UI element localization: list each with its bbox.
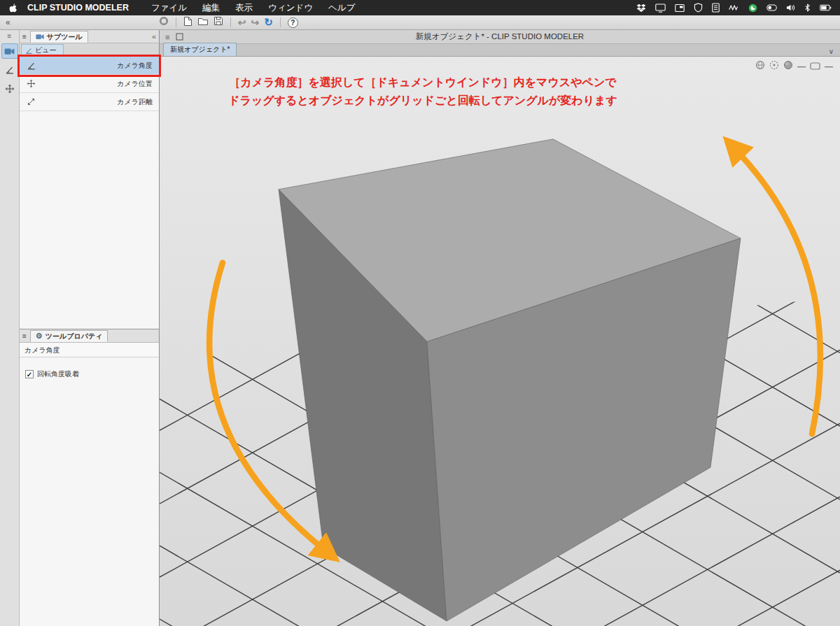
screen: CLIP STUDIO MODELER ファイル 編集 表示 ウィンドウ ヘルプ…	[0, 0, 840, 626]
display-icon[interactable]	[655, 3, 666, 13]
subtool-panel-title: サブツール	[47, 32, 83, 42]
snap-rotation-checkbox-row[interactable]: ✓ 回転角度吸着	[25, 369, 153, 379]
battery-icon[interactable]	[820, 4, 832, 11]
undo-icon[interactable]: ↩	[238, 17, 246, 27]
help-icon[interactable]: ?	[288, 17, 298, 28]
redo-icon[interactable]: ↪	[251, 17, 259, 27]
viewport-display-controls: — —	[755, 60, 833, 73]
camera-angle-icon	[27, 61, 36, 71]
reset-rotation-icon[interactable]: ↻	[264, 17, 273, 27]
left-panel-column: ≡ ≡ サブツール	[0, 30, 160, 626]
toolbar-separator	[230, 17, 231, 27]
notes-icon[interactable]	[712, 3, 720, 13]
menu-file[interactable]: ファイル	[151, 2, 187, 14]
document-viewport[interactable]: ［カメラ角度］を選択して［ドキュメントウインドウ］内をマウスやペンで ドラッグす…	[160, 57, 840, 626]
subtool-panel-menu-icon[interactable]: ≡	[22, 33, 27, 41]
subtool-panel-tab[interactable]: サブツール	[30, 31, 88, 43]
shaded-sphere-icon[interactable]	[783, 60, 793, 73]
toggle-icon[interactable]	[766, 4, 777, 11]
volume-icon[interactable]	[786, 3, 795, 12]
activity-icon[interactable]	[729, 3, 739, 12]
menu-edit[interactable]: 編集	[202, 2, 220, 14]
bluetooth-icon[interactable]	[804, 3, 811, 13]
angle-tool-button[interactable]	[1, 62, 18, 78]
move-arrows-icon	[5, 84, 15, 94]
subtool-collapse-icon[interactable]: «	[152, 32, 156, 41]
subtool-group-tabs: ビュー	[20, 43, 159, 57]
checkbox-checked-icon[interactable]: ✓	[25, 370, 34, 378]
save-icon[interactable]	[214, 16, 223, 29]
wireframe-sphere-icon[interactable]	[755, 60, 765, 73]
open-file-icon[interactable]	[197, 16, 209, 29]
tab-list-chevron-icon[interactable]: ∨	[829, 48, 834, 55]
viewport-panel-icon[interactable]	[810, 60, 820, 73]
document-titlebar: ≡ 新規オブジェクト* - CLIP STUDIO MODELER	[160, 30, 840, 44]
subtool-item-camera-distance[interactable]: カメラ距離	[20, 93, 159, 111]
camera-icon	[4, 48, 15, 55]
grammar-app-icon[interactable]	[748, 3, 757, 13]
viewport-minus-icon[interactable]: —	[797, 62, 806, 71]
subtool-list: カメラ角度 カメラ位置 カメラ距離	[20, 57, 159, 329]
apple-menu-icon[interactable]	[8, 3, 18, 13]
subtool-item-camera-position[interactable]: カメラ位置	[20, 75, 159, 93]
move-tool-button[interactable]	[1, 81, 18, 97]
tool-property-title: ツールプロパティ	[46, 332, 103, 341]
subtool-item-label: カメラ距離	[117, 97, 153, 107]
camera-icon	[36, 34, 44, 40]
rotate-arrow-right	[735, 149, 820, 434]
group-tab-view[interactable]: ビュー	[21, 44, 64, 56]
tool-property-menu-icon[interactable]: ≡	[22, 332, 27, 340]
camera-distance-icon	[27, 97, 36, 106]
gear-icon: ⚙	[36, 332, 43, 341]
document-area: ≡ 新規オブジェクト* - CLIP STUDIO MODELER 新規オブジェ…	[160, 30, 840, 626]
titlebar-menu-icon[interactable]: ≡	[165, 33, 169, 41]
camera-tool-button[interactable]	[1, 43, 18, 59]
menu-window[interactable]: ウィンドウ	[268, 2, 313, 14]
dotted-sphere-icon[interactable]	[769, 60, 779, 73]
menubar-status-icons	[636, 3, 832, 13]
menubar-app-name[interactable]: CLIP STUDIO MODELER	[27, 3, 129, 13]
collapse-all-panels-icon[interactable]: «	[6, 17, 10, 27]
dropbox-icon[interactable]	[636, 3, 646, 13]
menu-help[interactable]: ヘルプ	[328, 2, 355, 14]
tool-property-toolname: カメラ角度	[20, 343, 159, 357]
window-manager-icon[interactable]	[675, 3, 685, 13]
subtool-item-label: カメラ角度	[117, 61, 153, 71]
macos-menubar: CLIP STUDIO MODELER ファイル 編集 表示 ウィンドウ ヘルプ	[0, 0, 840, 15]
toolbar-separator	[176, 17, 176, 27]
toolbar-separator	[280, 17, 281, 27]
angle-ruler-icon	[5, 65, 15, 75]
new-file-icon[interactable]	[183, 16, 192, 29]
tool-property-header: ≡ ⚙ ツールプロパティ	[20, 329, 159, 343]
document-title: 新規オブジェクト* - CLIP STUDIO MODELER	[160, 31, 840, 42]
document-tabbar: 新規オブジェクト* ∨	[160, 44, 840, 57]
subtool-panel-header: ≡ サブツール «	[20, 30, 159, 43]
subtool-panel: ≡ サブツール « ビュー	[20, 30, 159, 329]
scene-canvas[interactable]	[160, 57, 840, 626]
tool-property-panel: ≡ ⚙ ツールプロパティ カメラ角度 ✓ 回転角度吸着	[20, 329, 159, 626]
tool-strip-menu-icon[interactable]: ≡	[8, 32, 12, 40]
link-ring-icon[interactable]	[159, 16, 169, 29]
subtool-item-camera-angle[interactable]: カメラ角度	[20, 57, 159, 75]
app-toolbar: « ↩ ↪ ↻ ?	[0, 15, 840, 30]
tool-strip: ≡	[0, 30, 20, 626]
menu-view[interactable]: 表示	[235, 2, 253, 14]
subtool-item-label: カメラ位置	[117, 79, 153, 89]
checkbox-label: 回転角度吸着	[37, 369, 79, 379]
shield-icon[interactable]	[694, 3, 703, 13]
camera-position-icon	[27, 79, 36, 88]
viewport-minus2-icon[interactable]: —	[825, 62, 833, 71]
tool-property-tab[interactable]: ⚙ ツールプロパティ	[30, 330, 108, 342]
document-tab[interactable]: 新規オブジェクト*	[163, 43, 237, 56]
view-group-icon	[25, 47, 33, 55]
